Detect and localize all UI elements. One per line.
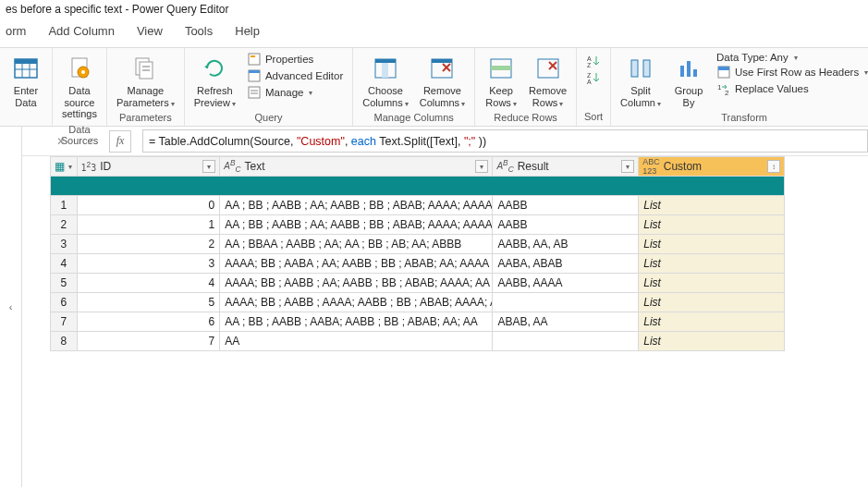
col-text-label: Text <box>244 160 264 173</box>
row-number: 6 <box>51 293 78 312</box>
menu-transform[interactable]: orm <box>6 24 26 38</box>
cell-custom[interactable]: List <box>639 254 785 274</box>
cell-text[interactable]: AA ; BB ; AABB ; AA; AABB ; BB ; ABAB; A… <box>220 215 493 235</box>
cell-custom[interactable]: List <box>639 235 785 254</box>
data-source-settings-button[interactable]: Data source settings <box>56 50 103 122</box>
manage-parameters-button[interactable]: Manage Parameters▾ <box>111 50 180 110</box>
expand-custom-button[interactable]: ↕ <box>767 160 780 173</box>
choose-columns-icon <box>371 54 400 83</box>
filter-result-button[interactable]: ▾ <box>621 160 634 173</box>
table-row[interactable]: 32AA ; BBAA ; AABB ; AA; AA ; BB ; AB; A… <box>51 235 785 254</box>
group-transform-label: Transform <box>611 110 868 127</box>
col-header-id[interactable]: 123ID▾ <box>77 157 220 177</box>
cell-custom[interactable]: List <box>639 274 785 293</box>
remove-columns-button[interactable]: Remove Columns▾ <box>414 50 471 110</box>
col-header-result[interactable]: ABCResult▾ <box>493 157 639 177</box>
cell-result[interactable]: AABB <box>493 196 639 215</box>
col-header-text[interactable]: ABCText▾ <box>220 157 493 177</box>
group-manage-columns-label: Manage Columns <box>353 110 474 127</box>
menu-help[interactable]: Help <box>235 24 260 38</box>
col-result-label: Result <box>518 160 549 173</box>
choose-columns-button[interactable]: Choose Columns▾ <box>357 50 413 110</box>
x-icon: ✕ <box>56 135 66 148</box>
cell-text[interactable]: AA ; BB ; AABB ; AABA; AABB ; BB ; ABAB;… <box>220 312 493 332</box>
cell-id[interactable]: 7 <box>77 332 220 351</box>
enter-data-button[interactable]: Enter Data <box>4 50 48 110</box>
cancel-formula-button[interactable]: ✕ <box>50 130 72 153</box>
cell-result[interactable]: AABA, ABAB <box>493 254 639 274</box>
use-first-row-button[interactable]: Use First Row as Headers▾ <box>716 65 868 79</box>
collapse-queries-pane[interactable]: ‹ <box>0 127 22 487</box>
cell-id[interactable]: 2 <box>77 235 220 254</box>
table-row[interactable]: 87AAList <box>51 332 785 351</box>
split-column-label: Split Column▾ <box>620 85 661 108</box>
table-row[interactable]: 65AAAA; BB ; AABB ; AAAA; AABB ; BB ; AB… <box>51 293 785 312</box>
data-type-button[interactable]: Data Type: Any▾ <box>716 52 868 63</box>
table-row[interactable]: 76AA ; BB ; AABB ; AABA; AABB ; BB ; ABA… <box>51 312 785 332</box>
properties-button[interactable]: Properties <box>247 52 343 67</box>
menu-tools[interactable]: Tools <box>185 24 213 38</box>
table-row[interactable]: 10AA ; BB ; AABB ; AA; AABB ; BB ; ABAB;… <box>51 196 785 215</box>
sort-asc-button[interactable]: AZ <box>586 54 601 68</box>
group-reduce-rows-label: Reduce Rows <box>475 110 576 127</box>
advanced-editor-icon <box>247 68 262 83</box>
data-grid: ▦▾ 123ID▾ ABCText▾ ABCResult▾ ABC123Cust… <box>50 156 785 351</box>
cell-custom[interactable]: List <box>639 332 785 351</box>
filter-text-button[interactable]: ▾ <box>475 160 488 173</box>
svg-rect-20 <box>375 59 396 63</box>
filter-id-button[interactable]: ▾ <box>202 160 215 173</box>
advanced-editor-button[interactable]: Advanced Editor <box>247 68 343 83</box>
group-by-button[interactable]: Group By <box>666 50 711 110</box>
cell-result[interactable]: ABAB, AA <box>493 312 639 332</box>
refresh-preview-button[interactable]: Refresh Preview▾ <box>189 50 241 110</box>
fx-button[interactable]: fx <box>109 130 131 153</box>
cell-id[interactable]: 1 <box>77 215 220 235</box>
keep-rows-button[interactable]: Keep Rows▾ <box>479 50 523 110</box>
cell-id[interactable]: 4 <box>77 274 220 293</box>
cell-custom[interactable]: List <box>639 196 785 215</box>
cell-text[interactable]: AAAA; BB ; AABB ; AA; AABB ; BB ; ABAB; … <box>220 274 493 293</box>
any-type-icon: ABC123 <box>642 157 660 176</box>
cell-id[interactable]: 5 <box>77 293 220 312</box>
manage-button[interactable]: Manage▾ <box>247 85 343 100</box>
cell-result[interactable]: AABB, AAAA <box>493 274 639 293</box>
gear-doc-icon <box>65 54 94 83</box>
svg-rect-38 <box>687 61 691 77</box>
group-by-icon <box>674 54 703 83</box>
cell-text[interactable]: AA ; BBAA ; AABB ; AA; AA ; BB ; AB; AA;… <box>220 235 493 254</box>
cell-result[interactable]: AABB, AA, AB <box>493 235 639 254</box>
remove-rows-button[interactable]: Remove Rows▾ <box>523 50 572 110</box>
cell-id[interactable]: 0 <box>77 196 220 215</box>
cell-text[interactable]: AAAA; BB ; AABA ; AA; AABB ; BB ; ABAB; … <box>220 254 493 274</box>
keep-rows-label: Keep Rows▾ <box>485 85 517 108</box>
table-row[interactable]: 54AAAA; BB ; AABB ; AA; AABB ; BB ; ABAB… <box>51 274 785 293</box>
replace-values-button[interactable]: 12 Replace Values <box>716 81 868 96</box>
cell-id[interactable]: 3 <box>77 254 220 274</box>
cell-text[interactable]: AA <box>220 332 493 351</box>
sort-desc-button[interactable]: ZA <box>586 70 601 85</box>
cell-result[interactable] <box>493 293 639 312</box>
menu-add-column[interactable]: Add Column <box>48 24 115 38</box>
table-row[interactable]: 43AAAA; BB ; AABA ; AA; AABB ; BB ; ABAB… <box>51 254 785 274</box>
cell-custom[interactable]: List <box>639 293 785 312</box>
cell-custom[interactable]: List <box>639 312 785 332</box>
cell-result[interactable]: AABB <box>493 215 639 235</box>
menu-view[interactable]: View <box>137 24 163 38</box>
cell-id[interactable]: 6 <box>77 312 220 332</box>
remove-rows-icon <box>533 54 563 83</box>
svg-rect-39 <box>693 69 697 77</box>
svg-rect-27 <box>491 66 511 70</box>
manage-icon <box>247 85 262 100</box>
svg-rect-41 <box>718 67 729 70</box>
cell-custom[interactable]: List <box>639 215 785 235</box>
commit-formula-button[interactable]: ✓ <box>79 130 102 153</box>
svg-rect-15 <box>249 70 260 73</box>
col-header-custom[interactable]: ABC123Custom↕ <box>639 157 785 177</box>
formula-input[interactable]: = Table.AddColumn(Source, "Custom", each… <box>142 129 868 153</box>
cell-text[interactable]: AA ; BB ; AABB ; AA; AABB ; BB ; ABAB; A… <box>220 196 493 215</box>
split-column-button[interactable]: Split Column▾ <box>615 50 666 110</box>
cell-result[interactable] <box>493 332 639 351</box>
corner-cell[interactable]: ▦▾ <box>51 157 78 177</box>
table-row[interactable]: 21AA ; BB ; AABB ; AA; AABB ; BB ; ABAB;… <box>51 215 785 235</box>
cell-text[interactable]: AAAA; BB ; AABB ; AAAA; AABB ; BB ; ABAB… <box>220 293 493 312</box>
